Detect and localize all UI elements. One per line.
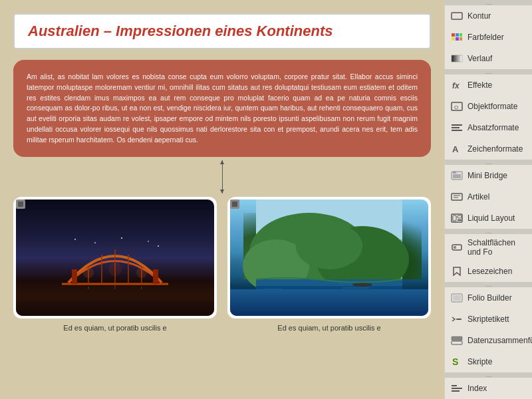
svg-rect-61 — [456, 319, 462, 320]
title-box: Australien – Impressionen eines Kontinen… — [13, 13, 431, 49]
artikel-icon — [450, 190, 464, 203]
svg-rect-33 — [452, 33, 455, 37]
main-content: Australien – Impressionen eines Kontinen… — [0, 0, 444, 399]
sidebar-item-verlauf[interactable]: Verlauf — [445, 48, 532, 69]
connector-line — [222, 160, 223, 194]
sidebar-item-index[interactable]: Index — [445, 378, 532, 399]
sidebar-item-schaltflaechen-label: Schaltflächen und Fo — [467, 238, 527, 257]
page-title: Australien – Impressionen eines Kontinen… — [28, 23, 416, 40]
corner-icon-2 — [230, 200, 239, 209]
corner-icon-1 — [16, 200, 25, 209]
svg-rect-56 — [458, 219, 462, 221]
svg-rect-26 — [256, 286, 402, 316]
svg-rect-66 — [452, 388, 462, 389]
sidebar-item-skripte[interactable]: S Skripte — [445, 351, 532, 372]
svg-rect-25 — [256, 279, 402, 316]
svg-rect-54 — [453, 215, 456, 221]
sidebar-separator-top — [445, 0, 532, 5]
skriptetikett-icon — [450, 313, 464, 326]
image-coast — [230, 200, 428, 316]
sidebar-item-kontur[interactable]: Kontur — [445, 5, 532, 27]
svg-rect-63 — [452, 341, 462, 344]
caption-1: Ed es quiam, ut poratib uscilis e — [13, 323, 217, 333]
verlauf-icon — [450, 52, 464, 65]
svg-point-18 — [158, 245, 159, 247]
svg-rect-50 — [452, 194, 462, 200]
svg-text:O: O — [454, 104, 458, 110]
image-container-2: Ed es quiam, ut poratib uscilis e — [227, 197, 431, 333]
sidebar-item-skripte-label: Skripte — [467, 357, 492, 366]
sidebar-item-absatzformate[interactable]: Absatzformate — [445, 117, 532, 138]
sidebar-item-effekte[interactable]: fx Effekte — [445, 74, 532, 96]
svg-rect-38 — [460, 37, 462, 41]
zeichenformate-icon: A — [450, 142, 464, 156]
sidebar-item-foliobuilder[interactable]: Folio Builder — [445, 287, 532, 309]
bridge-arch — [62, 236, 168, 289]
sidebar-item-farbfelder-label: Farbfelder — [467, 33, 504, 42]
svg-text:Mb: Mb — [453, 171, 457, 174]
svg-rect-44 — [452, 127, 460, 128]
svg-rect-48 — [453, 174, 461, 178]
svg-rect-60 — [453, 295, 461, 301]
sidebar-item-skriptetikett-label: Skriptetikett — [467, 315, 509, 324]
svg-rect-55 — [458, 215, 462, 218]
svg-point-31 — [352, 283, 372, 287]
schaltflaechen-icon — [450, 241, 464, 254]
sidebar-item-index-label: Index — [467, 384, 487, 393]
minibridge-icon: Mb — [450, 169, 464, 182]
svg-rect-39 — [452, 55, 462, 62]
svg-rect-65 — [452, 385, 457, 386]
image-container-1: Ed es quiam, ut poratib uscilis e — [13, 197, 217, 333]
svg-rect-6 — [72, 269, 77, 284]
sidebar-item-absatzformate-label: Absatzformate — [467, 123, 519, 132]
absatzformate-icon — [450, 121, 464, 134]
svg-rect-32 — [452, 13, 462, 19]
sidebar-item-lesezeichen[interactable]: Lesezeichen — [445, 261, 532, 282]
sidebar-item-objektformate-label: Objektformate — [467, 102, 517, 111]
sidebar-item-artikel-label: Artikel — [467, 192, 489, 201]
svg-point-12 — [108, 263, 122, 276]
lesezeichen-icon — [450, 265, 464, 278]
sidebar-item-kontur-label: Kontur — [467, 11, 491, 21]
sidebar-item-minibridge[interactable]: Mb Mini Bridge — [445, 165, 532, 186]
svg-rect-43 — [452, 124, 462, 126]
sidebar-item-farbfelder[interactable]: Farbfelder — [445, 27, 532, 48]
connector — [13, 157, 431, 197]
image-sydney — [16, 200, 214, 316]
svg-text:fx: fx — [452, 81, 460, 90]
datenzusammen-icon — [450, 334, 464, 347]
sidebar-item-objektformate[interactable]: O Objektformate — [445, 96, 532, 117]
images-row: Ed es quiam, ut poratib uscilis e — [13, 197, 431, 333]
svg-text:A: A — [452, 144, 459, 154]
sidebar-item-skriptetikett[interactable]: Skriptetikett — [445, 309, 532, 330]
sidebar-item-artikel[interactable]: Artikel — [445, 186, 532, 207]
sidebar-sep-1 — [445, 69, 532, 74]
svg-rect-36 — [452, 37, 455, 41]
foliobuilder-icon — [450, 291, 464, 305]
sidebar-item-liquidlayout[interactable]: Liquid Layout — [445, 207, 532, 229]
svg-rect-7 — [153, 269, 158, 284]
svg-rect-62 — [452, 336, 462, 340]
sidebar-sep-3 — [445, 229, 532, 234]
svg-rect-67 — [452, 390, 460, 392]
body-text: Am alist, as nobitat lam volores es nobi… — [27, 72, 418, 145]
svg-point-16 — [121, 237, 122, 239]
sidebar-sep-2 — [445, 160, 532, 165]
svg-point-15 — [94, 242, 96, 243]
caption-2: Ed es quiam, ut poratib uscilis e — [227, 323, 431, 333]
svg-rect-45 — [452, 130, 462, 131]
svg-point-14 — [74, 239, 76, 240]
sidebar-item-zeichenformate-label: Zeichenformate — [467, 144, 523, 154]
sidebar-item-foliobuilder-label: Folio Builder — [467, 293, 512, 303]
sidebar-item-minibridge-label: Mini Bridge — [467, 171, 507, 180]
sidebar-item-datenzusammen[interactable]: Datenzusammenführ. — [445, 330, 532, 351]
sidebar: Kontur Farbfelder Verlauf — [444, 0, 532, 399]
sidebar-item-schaltflaechen[interactable]: Schaltflächen und Fo — [445, 234, 532, 261]
kontur-icon — [450, 9, 464, 23]
effekte-icon: fx — [450, 78, 464, 92]
farbfelder-icon — [450, 31, 464, 44]
svg-rect-35 — [460, 33, 462, 37]
sidebar-item-effekte-label: Effekte — [467, 80, 492, 90]
sidebar-sep-4 — [445, 282, 532, 287]
sidebar-item-zeichenformate[interactable]: A Zeichenformate — [445, 138, 532, 160]
